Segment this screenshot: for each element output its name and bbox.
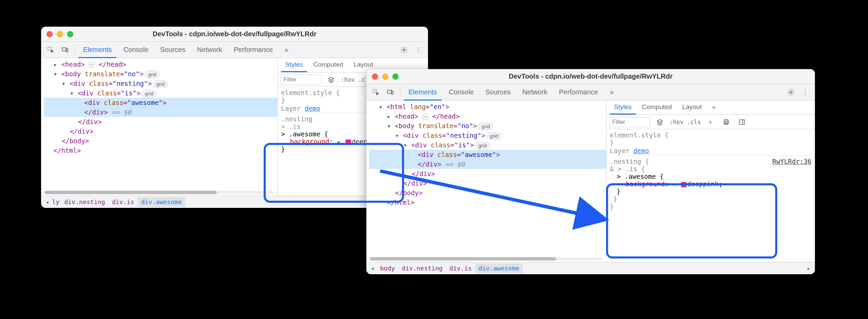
tab-elements[interactable]: Elements [404, 84, 442, 101]
ellipsis-icon[interactable]: ⋯ [89, 62, 95, 68]
element-style-rule[interactable]: element.style { [610, 131, 669, 139]
tab-console[interactable]: Console [118, 42, 153, 58]
subtab-more[interactable]: » [708, 101, 720, 115]
sel-nesting[interactable]: .nesting [281, 115, 313, 123]
breadcrumb-is[interactable]: div.is [109, 197, 138, 207]
subtab-computed[interactable]: Computed [309, 58, 348, 72]
inspect-icon[interactable] [45, 44, 57, 56]
devtools-window-right: DevTools - cdpn.io/web-dot-dev/fullpage/… [366, 69, 815, 274]
kebab-icon[interactable]: ⋮ [799, 86, 812, 98]
breadcrumb-is[interactable]: div.is [446, 263, 475, 273]
styles-subtabs: Styles Computed Layout » [606, 101, 815, 115]
device-toggle-icon[interactable] [59, 44, 71, 56]
grid-badge[interactable]: grid [145, 71, 160, 78]
cls-button[interactable]: .cls [687, 119, 701, 125]
breadcrumb: ◂ body div.nesting div.is div.awesome ▸ [366, 262, 815, 274]
tab-performance[interactable]: Performance [554, 84, 603, 101]
subtab-styles[interactable]: Styles [281, 58, 307, 72]
svg-rect-4 [373, 89, 376, 92]
sel-is[interactable]: & > .is { [610, 165, 645, 173]
ellipsis-icon[interactable]: ⋯ [422, 114, 428, 120]
plus-icon[interactable]: ＋ [704, 116, 717, 128]
eq0-indicator: == $0 [445, 160, 465, 168]
tab-network[interactable]: Network [192, 42, 227, 58]
source-link[interactable]: RwYLRdr:36 [772, 158, 812, 165]
breadcrumb-awesome[interactable]: div.awesome [475, 263, 523, 273]
dom-head-close: </head> [99, 61, 126, 68]
print-icon[interactable] [720, 116, 732, 128]
maximize-icon[interactable] [392, 74, 399, 80]
filter-input[interactable] [280, 75, 322, 85]
breadcrumb-body[interactable]: body [377, 263, 398, 273]
traffic-lights [372, 74, 399, 80]
layers-icon[interactable] [654, 116, 666, 128]
dom-selected-node[interactable]: <div class="awesome"> [44, 98, 277, 107]
grid-badge[interactable]: grid [153, 80, 168, 88]
filter-input[interactable] [609, 117, 650, 127]
sel-awesome[interactable]: > .awesome { [617, 173, 664, 180]
grid-badge[interactable]: grid [487, 132, 501, 140]
subtab-computed[interactable]: Computed [638, 101, 676, 115]
minimize-icon[interactable] [382, 74, 388, 80]
grid-badge[interactable]: grid [475, 142, 490, 149]
subtab-styles[interactable]: Styles [610, 101, 636, 115]
minimize-icon[interactable] [57, 31, 63, 37]
h-scrollbar[interactable] [370, 257, 603, 261]
dom-head-open[interactable]: <head> [61, 61, 85, 68]
dom-tree[interactable]: ▾ <html lang="en"> ▸ <head> ⋯ </head> ▾ … [366, 101, 606, 262]
sel-is[interactable]: > .is [281, 123, 301, 130]
device-toggle-icon[interactable] [384, 86, 397, 98]
close-icon[interactable] [47, 31, 53, 37]
tabs-overflow[interactable]: » [280, 42, 293, 58]
titlebar: DevTools - cdpn.io/web-dot-dev/fullpage/… [41, 27, 428, 42]
svg-point-3 [403, 49, 405, 51]
layers-icon[interactable] [325, 74, 337, 86]
tab-elements[interactable]: Elements [78, 42, 116, 58]
element-style-rule[interactable]: element.style { [281, 89, 340, 96]
color-swatch[interactable] [345, 139, 351, 145]
dom-tree[interactable]: ▸ <head> ⋯ </head> ▾ <body translate="no… [41, 58, 277, 196]
breadcrumb-nesting[interactable]: div.nesting [398, 263, 446, 273]
grid-badge[interactable]: grid [142, 90, 156, 97]
svg-rect-1 [62, 48, 66, 51]
color-swatch[interactable] [681, 182, 687, 187]
main-tabs: Elements Console Sources Network Perform… [41, 42, 428, 58]
tab-sources[interactable]: Sources [481, 84, 515, 101]
maximize-icon[interactable] [67, 31, 73, 37]
svg-rect-6 [392, 91, 393, 94]
panel-icon[interactable] [736, 116, 748, 128]
tab-sources[interactable]: Sources [155, 42, 190, 58]
css-prop-background[interactable]: background [626, 180, 665, 188]
chevron-left-icon[interactable]: ◂ [368, 264, 377, 273]
breadcrumb-truncated[interactable]: ly [51, 197, 61, 207]
tab-network[interactable]: Network [517, 84, 552, 101]
h-scrollbar[interactable] [45, 191, 274, 194]
breadcrumb-nesting[interactable]: div.nesting [61, 197, 109, 207]
gear-icon[interactable] [785, 86, 797, 98]
kebab-icon[interactable]: ⋮ [412, 44, 425, 56]
sel-nesting[interactable]: .nesting { [610, 158, 649, 165]
inspect-icon[interactable] [370, 86, 382, 98]
close-icon[interactable] [372, 74, 378, 80]
hov-button[interactable]: :hov [341, 76, 355, 83]
titlebar: DevTools - cdpn.io/web-dot-dev/fullpage/… [366, 69, 815, 84]
main-tabs: Elements Console Sources Network Perform… [366, 84, 815, 101]
traffic-lights [47, 31, 73, 37]
sel-awesome[interactable]: > .awesome { [281, 130, 328, 138]
tabs-overflow[interactable]: » [605, 84, 618, 101]
chevron-right-icon[interactable]: ▸ [805, 264, 813, 273]
breadcrumb-awesome[interactable]: div.awesome [138, 197, 185, 207]
css-prop-background[interactable]: background [290, 138, 329, 145]
subtab-layout[interactable]: Layout [678, 101, 706, 115]
tab-console[interactable]: Console [444, 84, 478, 101]
gear-icon[interactable] [398, 44, 410, 56]
css-val-deeppink[interactable]: deeppink [687, 180, 719, 188]
dom-selected-node[interactable]: <div class="awesome"> [369, 150, 606, 159]
layer-link[interactable]: demo [633, 147, 649, 155]
hov-button[interactable]: :hov [669, 119, 683, 125]
layer-link[interactable]: demo [305, 105, 320, 112]
grid-badge[interactable]: grid [478, 123, 493, 130]
chevron-left-icon[interactable]: ◂ [43, 198, 51, 206]
svg-rect-11 [739, 120, 744, 124]
tab-performance[interactable]: Performance [229, 42, 278, 58]
